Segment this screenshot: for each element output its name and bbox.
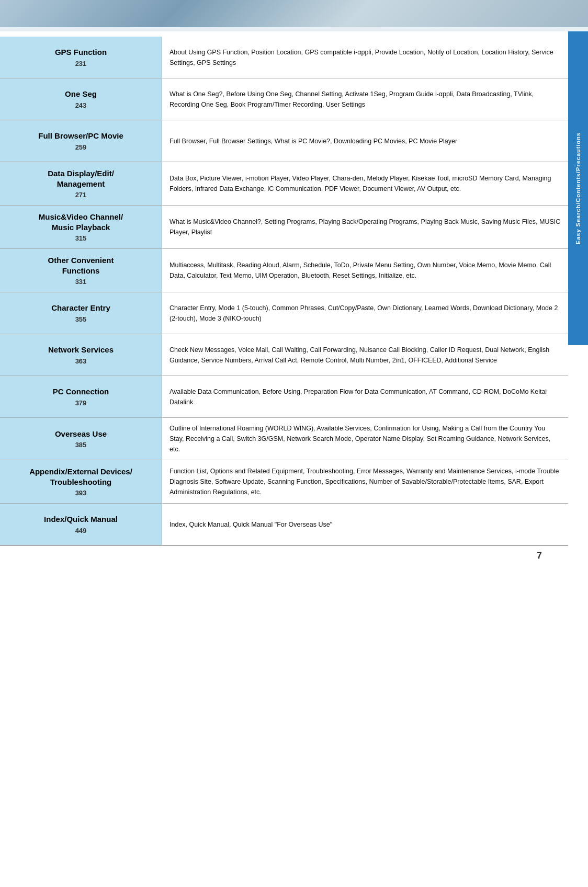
toc-left-cell: PC Connection379 [0,376,162,417]
toc-page: 449 [75,527,87,535]
toc-left-cell: Overseas Use385 [0,418,162,460]
toc-page: 363 [75,357,87,365]
toc-title: GPS Function [55,47,107,58]
toc-page: 259 [75,143,87,151]
toc-page: 393 [75,489,87,497]
toc-page: 271 [75,191,87,199]
toc-title: Index/Quick Manual [44,514,118,525]
toc-description: About Using GPS Function, Position Locat… [162,37,568,78]
toc-description: Data Box, Picture Viewer, i-motion Playe… [162,162,568,205]
main-content: GPS Function231About Using GPS Function,… [0,31,568,545]
toc-description: Multiaccess, Multitask, Reading Aloud, A… [162,249,568,292]
toc-row[interactable]: GPS Function231About Using GPS Function,… [0,37,568,78]
toc-row[interactable]: Data Display/Edit/ Management271Data Box… [0,162,568,206]
toc-title: Character Entry [51,303,110,313]
toc-row[interactable]: One Seg243What is One Seg?, Before Using… [0,78,568,120]
toc-description: What is One Seg?, Before Using One Seg, … [162,78,568,120]
toc-title: Data Display/Edit/ Management [48,168,114,189]
toc-title: Full Browser/PC Movie [38,131,123,141]
toc-row[interactable]: Other Convenient Functions331Multiaccess… [0,249,568,292]
toc-description: Check New Messages, Voice Mail, Call Wai… [162,334,568,376]
toc-page: 331 [75,278,87,286]
toc-left-cell: Data Display/Edit/ Management271 [0,162,162,205]
toc-left-cell: One Seg243 [0,78,162,120]
right-sidebar: Easy Search/Contents/Precautions [568,31,588,345]
toc-title: Overseas Use [55,429,107,439]
toc-left-cell: Other Convenient Functions331 [0,249,162,292]
toc-row[interactable]: Overseas Use385Outline of International … [0,418,568,460]
toc-row[interactable]: Character Entry355Character Entry, Mode … [0,292,568,334]
toc-left-cell: Network Services363 [0,334,162,376]
toc-left-cell: GPS Function231 [0,37,162,78]
top-header [0,0,588,31]
toc-description: Available Data Communication, Before Usi… [162,376,568,417]
toc-title: Appendix/External Devices/ Troubleshooti… [29,467,132,487]
toc-page: 315 [75,234,87,242]
toc-title: Music&Video Channel/ Music Playback [39,212,123,232]
toc-title: One Seg [65,89,97,99]
toc-title: PC Connection [53,386,109,397]
toc-row[interactable]: Music&Video Channel/ Music Playback315Wh… [0,206,568,249]
toc-page: 243 [75,101,87,109]
toc-left-cell: Music&Video Channel/ Music Playback315 [0,206,162,248]
toc-description: Index, Quick Manual, Quick Manual "For O… [162,504,568,545]
toc-page: 355 [75,315,87,323]
toc-row[interactable]: PC Connection379Available Data Communica… [0,376,568,418]
toc-left-cell: Appendix/External Devices/ Troubleshooti… [0,460,162,503]
toc-description: Character Entry, Mode 1 (5-touch), Commo… [162,292,568,334]
toc-description: Function List, Options and Related Equip… [162,460,568,503]
toc-row[interactable]: Full Browser/PC Movie259Full Browser, Fu… [0,120,568,162]
toc-left-cell: Full Browser/PC Movie259 [0,120,162,162]
sidebar-label: Easy Search/Contents/Precautions [575,132,581,244]
toc-row[interactable]: Network Services363Check New Messages, V… [0,334,568,376]
toc-page: 379 [75,399,87,407]
toc-left-cell: Index/Quick Manual449 [0,504,162,545]
toc-table: GPS Function231About Using GPS Function,… [0,37,568,545]
toc-description: Outline of International Roaming (WORLD … [162,418,568,460]
toc-page: 231 [75,60,87,67]
toc-description: Full Browser, Full Browser Settings, Wha… [162,120,568,162]
toc-left-cell: Character Entry355 [0,292,162,334]
toc-title: Other Convenient Functions [48,255,114,276]
toc-description: What is Music&Video Channel?, Setting Pr… [162,206,568,248]
toc-row[interactable]: Index/Quick Manual449Index, Quick Manual… [0,504,568,545]
toc-title: Network Services [48,345,114,355]
toc-page: 385 [75,441,87,449]
toc-row[interactable]: Appendix/External Devices/ Troubleshooti… [0,460,568,504]
page-number: 7 [0,545,568,565]
